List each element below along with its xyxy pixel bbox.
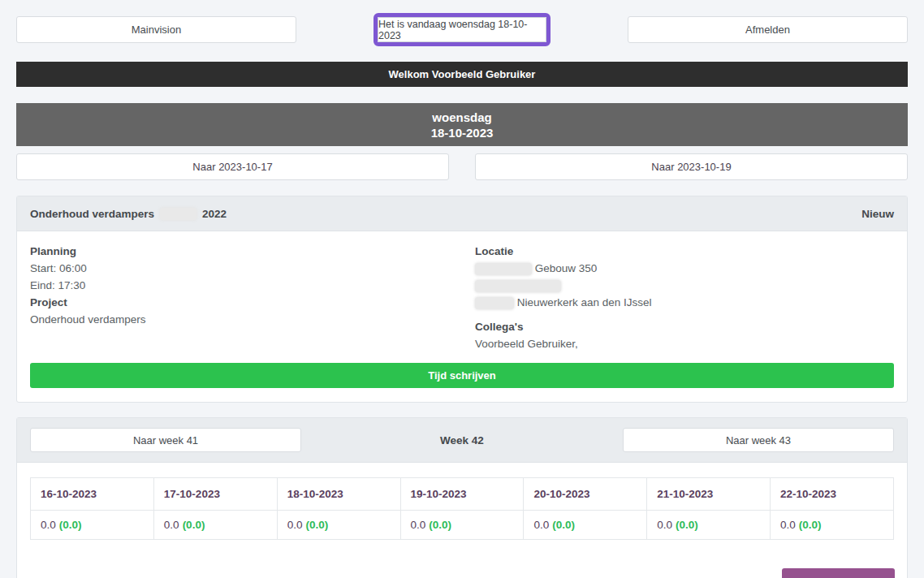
hours-logged: 0.0 bbox=[41, 519, 56, 531]
appointment-action-row: Tijd schrijven bbox=[17, 352, 907, 402]
location-heading: Locatie bbox=[475, 243, 894, 260]
week-navigation: Naar week 41 Week 42 Naar week 43 bbox=[17, 418, 907, 463]
location-column: Locatie Gebouw 350 Nieuwerkerk aan den I… bbox=[462, 243, 894, 352]
hours-cell: 0.0(0.0) bbox=[153, 511, 277, 540]
day-navigation: Naar 2023-10-17 Naar 2023-10-19 bbox=[16, 153, 908, 180]
hours-cell: 0.0(0.0) bbox=[31, 511, 154, 540]
hours-planned: (0.0) bbox=[183, 519, 205, 531]
date-column-header: 19-10-2023 bbox=[400, 478, 524, 511]
hours-planned: (0.0) bbox=[429, 519, 451, 531]
redacted-blur bbox=[475, 263, 532, 275]
write-time-button[interactable]: Tijd schrijven bbox=[30, 363, 894, 388]
redacted-blur bbox=[475, 280, 561, 292]
planning-end: Eind: 17:30 bbox=[30, 277, 462, 294]
today-highlight-frame: Het is vandaag woensdag 18-10-2023 bbox=[373, 13, 551, 46]
date-column-header: 20-10-2023 bbox=[524, 478, 647, 511]
hours-cell: 0.0(0.0) bbox=[647, 511, 771, 540]
planning-start: Start: 06:00 bbox=[30, 260, 462, 277]
appointment-title-year: 2022 bbox=[202, 208, 227, 220]
week-hours-table: 16-10-2023 17-10-2023 18-10-2023 19-10-2… bbox=[30, 477, 894, 540]
status-badge: Nieuw bbox=[861, 208, 894, 220]
hours-logged: 0.0 bbox=[411, 519, 426, 531]
date-column-header: 17-10-2023 bbox=[153, 478, 277, 511]
location-line2 bbox=[475, 277, 894, 294]
hours-logged: 0.0 bbox=[780, 519, 796, 531]
welcome-bar: Welkom Voorbeeld Gebruiker bbox=[16, 62, 908, 87]
location-building: Gebouw 350 bbox=[535, 262, 598, 274]
day-banner: woensdag 18-10-2023 bbox=[16, 103, 908, 146]
hours-planned: (0.0) bbox=[799, 519, 822, 531]
appointment-title: Onderhoud verdampers 2022 bbox=[30, 208, 227, 220]
logout-button[interactable]: Afmelden bbox=[628, 16, 908, 43]
prev-day-button[interactable]: Naar 2023-10-17 bbox=[16, 153, 449, 180]
planning-heading: Planning bbox=[30, 243, 462, 260]
week-table-area: 16-10-2023 17-10-2023 18-10-2023 19-10-2… bbox=[17, 463, 907, 540]
redacted-blur bbox=[475, 297, 514, 309]
colleagues-names: Voorbeeld Gebruiker, bbox=[475, 335, 894, 352]
hours-cell: 0.0(0.0) bbox=[524, 511, 647, 540]
week-table-header-row: 16-10-2023 17-10-2023 18-10-2023 19-10-2… bbox=[31, 478, 894, 511]
next-week-button[interactable]: Naar week 43 bbox=[623, 428, 894, 452]
date-column-header: 18-10-2023 bbox=[277, 478, 400, 511]
hours-planned: (0.0) bbox=[676, 519, 698, 531]
appointment-card-header: Onderhoud verdampers 2022 Nieuw bbox=[17, 196, 907, 231]
top-bar: Mainvision Het is vandaag woensdag 18-10… bbox=[16, 13, 908, 46]
week-card: Naar week 41 Week 42 Naar week 43 16-10-… bbox=[16, 417, 908, 578]
hours-logged: 0.0 bbox=[533, 519, 549, 531]
colleagues-heading: Collega's bbox=[475, 318, 894, 335]
appointment-card-body: Planning Start: 06:00 Eind: 17:30 Projec… bbox=[17, 231, 907, 352]
hours-planned: (0.0) bbox=[305, 519, 328, 531]
bottom-action-button[interactable] bbox=[782, 568, 895, 578]
current-week-label: Week 42 bbox=[440, 434, 484, 446]
page: Mainvision Het is vandaag woensdag 18-10… bbox=[0, 13, 924, 578]
project-name: Onderhoud verdampers bbox=[30, 311, 462, 328]
hours-planned: (0.0) bbox=[552, 519, 575, 531]
project-heading: Project bbox=[30, 294, 462, 311]
location-city: Nieuwerkerk aan den IJssel bbox=[517, 296, 652, 308]
planning-column: Planning Start: 06:00 Eind: 17:30 Projec… bbox=[30, 243, 462, 352]
hours-logged: 0.0 bbox=[657, 519, 672, 531]
location-line3: Nieuwerkerk aan den IJssel bbox=[475, 294, 894, 311]
hours-cell: 0.0(0.0) bbox=[277, 511, 400, 540]
date-column-header: 16-10-2023 bbox=[31, 478, 154, 511]
hours-logged: 0.0 bbox=[287, 519, 303, 531]
week-table-values-row: 0.0(0.0) 0.0(0.0) 0.0(0.0) 0.0(0.0) 0.0(… bbox=[31, 511, 894, 540]
hours-cell: 0.0(0.0) bbox=[771, 511, 894, 540]
date-column-header: 22-10-2023 bbox=[771, 478, 894, 511]
hours-cell: 0.0(0.0) bbox=[400, 511, 524, 540]
today-date-button[interactable]: Het is vandaag woensdag 18-10-2023 bbox=[378, 17, 546, 42]
appointment-title-text: Onderhoud verdampers bbox=[30, 208, 154, 220]
hours-logged: 0.0 bbox=[164, 519, 179, 531]
day-banner-date: 18-10-2023 bbox=[431, 125, 494, 140]
location-line1: Gebouw 350 bbox=[475, 260, 894, 277]
next-day-button[interactable]: Naar 2023-10-19 bbox=[475, 153, 908, 180]
day-banner-weekday: woensdag bbox=[432, 110, 491, 125]
mainvision-button[interactable]: Mainvision bbox=[16, 16, 296, 43]
prev-week-button[interactable]: Naar week 41 bbox=[30, 428, 301, 452]
redacted-blur bbox=[160, 208, 196, 220]
date-column-header: 21-10-2023 bbox=[647, 478, 771, 511]
appointment-card: Onderhoud verdampers 2022 Nieuw Planning… bbox=[16, 196, 908, 403]
hours-planned: (0.0) bbox=[59, 519, 82, 531]
